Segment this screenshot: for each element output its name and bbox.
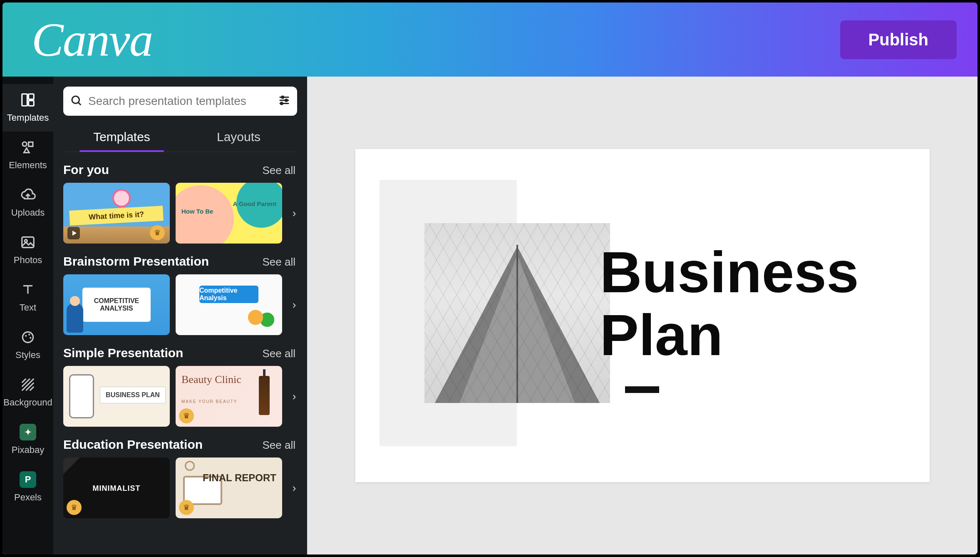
- see-all-link[interactable]: See all: [263, 347, 296, 360]
- body: Templates Elements Uploads Photos: [2, 77, 978, 555]
- card-text: FINAL REPORT: [203, 472, 276, 483]
- section-for-you: For you See all What time is it? ♛: [63, 163, 295, 244]
- template-card[interactable]: BUSINESS PLAN: [63, 366, 170, 427]
- rail-item-templates[interactable]: Templates: [2, 84, 53, 132]
- svg-point-10: [30, 337, 31, 339]
- rail-item-pixabay[interactable]: ✦ Pixabay: [2, 416, 53, 464]
- slide[interactable]: Business Plan: [355, 149, 930, 482]
- see-all-link[interactable]: See all: [263, 256, 296, 269]
- card-row: What time is it? ♛ How To Be A Good Pare…: [63, 183, 295, 244]
- play-icon: [67, 227, 80, 239]
- canvas-area[interactable]: Business Plan: [307, 77, 978, 555]
- rail-label: Elements: [9, 160, 47, 171]
- card-text: COMPETITIVE ANALYSIS: [82, 288, 151, 322]
- rail-item-uploads[interactable]: Uploads: [2, 179, 53, 226]
- crown-icon: ♛: [67, 500, 82, 515]
- see-all-link[interactable]: See all: [263, 164, 296, 177]
- slide-underline[interactable]: [625, 386, 659, 393]
- card-row: MINIMALIST ♛ FINAL REPORT ♛ ›: [63, 458, 295, 518]
- card-subtext: MAKE YOUR BEAUTY: [181, 399, 238, 404]
- template-card[interactable]: How To Be A Good Parent: [176, 183, 282, 244]
- rail-label: Text: [20, 302, 36, 313]
- tab-templates[interactable]: Templates: [63, 125, 180, 152]
- rail-label: Photos: [14, 255, 42, 266]
- slide-title[interactable]: Business Plan: [600, 241, 859, 366]
- slide-photo[interactable]: [424, 223, 610, 403]
- card-row: BUSINESS PLAN Beauty Clinic MAKE YOUR BE…: [63, 366, 295, 427]
- templates-icon: [20, 92, 36, 108]
- rail-item-styles[interactable]: Styles: [2, 321, 53, 369]
- app-frame: Canva Publish Templates Elements: [0, 0, 980, 557]
- search-input[interactable]: [88, 94, 272, 108]
- rail-label: Templates: [7, 112, 49, 123]
- section-header: Simple Presentation See all: [63, 346, 295, 360]
- slide-title-line1: Business: [600, 239, 859, 305]
- styles-icon: [20, 329, 36, 346]
- section-header: Education Presentation See all: [63, 438, 295, 452]
- card-text: How To Be: [181, 208, 213, 215]
- section-header: For you See all: [63, 163, 295, 177]
- section-title: Brainstorm Presentation: [63, 254, 209, 269]
- card-text: MINIMALIST: [63, 484, 170, 493]
- scroll-right-button[interactable]: ›: [289, 482, 297, 493]
- section-simple: Simple Presentation See all BUSINESS PLA…: [63, 346, 295, 427]
- template-card[interactable]: COMPETITIVE ANALYSIS: [63, 274, 170, 335]
- see-all-link[interactable]: See all: [263, 439, 296, 452]
- svg-point-3: [22, 142, 27, 146]
- rail-label: Uploads: [11, 207, 45, 218]
- svg-rect-1: [29, 94, 34, 99]
- svg-point-9: [28, 334, 30, 336]
- card-text: Beauty Clinic: [181, 373, 241, 386]
- template-card[interactable]: FINAL REPORT ♛: [176, 458, 282, 518]
- rail-item-text[interactable]: Text: [2, 274, 53, 321]
- svg-point-12: [282, 96, 284, 98]
- publish-button[interactable]: Publish: [840, 20, 957, 59]
- svg-point-13: [285, 99, 288, 102]
- slide-title-line2: Plan: [600, 302, 723, 368]
- svg-rect-0: [22, 94, 27, 106]
- card-row: COMPETITIVE ANALYSIS Competitive Analysi…: [63, 274, 295, 335]
- card-text: What time is it?: [69, 206, 164, 226]
- scroll-right-button[interactable]: ›: [289, 208, 297, 219]
- template-card[interactable]: MINIMALIST ♛: [63, 458, 170, 518]
- search-bar[interactable]: [63, 87, 297, 116]
- rail-label: Pexels: [14, 492, 42, 503]
- section-title: For you: [63, 163, 109, 177]
- search-icon: [70, 94, 82, 108]
- rail-item-pexels[interactable]: P Pexels: [2, 464, 53, 511]
- crown-icon: ♛: [150, 225, 165, 240]
- svg-point-14: [280, 102, 283, 104]
- template-sections: For you See all What time is it? ♛: [63, 152, 297, 555]
- template-card[interactable]: Beauty Clinic MAKE YOUR BEAUTY ♛: [176, 366, 282, 427]
- text-icon: [20, 281, 36, 298]
- section-title: Education Presentation: [63, 438, 203, 452]
- rail-item-background[interactable]: Background: [2, 369, 53, 416]
- logo: Canva: [32, 16, 152, 64]
- section-education: Education Presentation See all MINIMALIS…: [63, 438, 295, 518]
- rail-label: Styles: [15, 350, 40, 361]
- svg-point-11: [72, 96, 79, 104]
- section-title: Simple Presentation: [63, 346, 183, 360]
- rail-item-elements[interactable]: Elements: [2, 132, 53, 179]
- section-brainstorm: Brainstorm Presentation See all COMPETIT…: [63, 254, 295, 335]
- elements-icon: [20, 139, 36, 156]
- background-icon: [20, 376, 36, 393]
- card-text: BUSINESS PLAN: [100, 387, 166, 403]
- svg-rect-2: [29, 101, 34, 106]
- scroll-right-button[interactable]: ›: [289, 299, 297, 310]
- template-card[interactable]: What time is it? ♛: [63, 183, 170, 244]
- photos-icon: [20, 234, 36, 251]
- templates-panel: Templates Layouts For you See all What t…: [53, 77, 307, 555]
- tab-layouts[interactable]: Layouts: [180, 125, 297, 152]
- rail-item-photos[interactable]: Photos: [2, 226, 53, 274]
- pexels-icon: P: [20, 471, 36, 488]
- template-card[interactable]: Competitive Analysis: [176, 274, 282, 335]
- pixabay-icon: ✦: [20, 424, 36, 440]
- svg-rect-4: [29, 142, 33, 146]
- filter-icon[interactable]: [278, 94, 290, 108]
- scroll-right-button[interactable]: ›: [289, 391, 297, 402]
- top-header: Canva Publish: [2, 2, 978, 77]
- card-text: Competitive Analysis: [199, 286, 258, 303]
- rail-label: Pixabay: [12, 445, 44, 455]
- crown-icon: ♛: [179, 500, 194, 515]
